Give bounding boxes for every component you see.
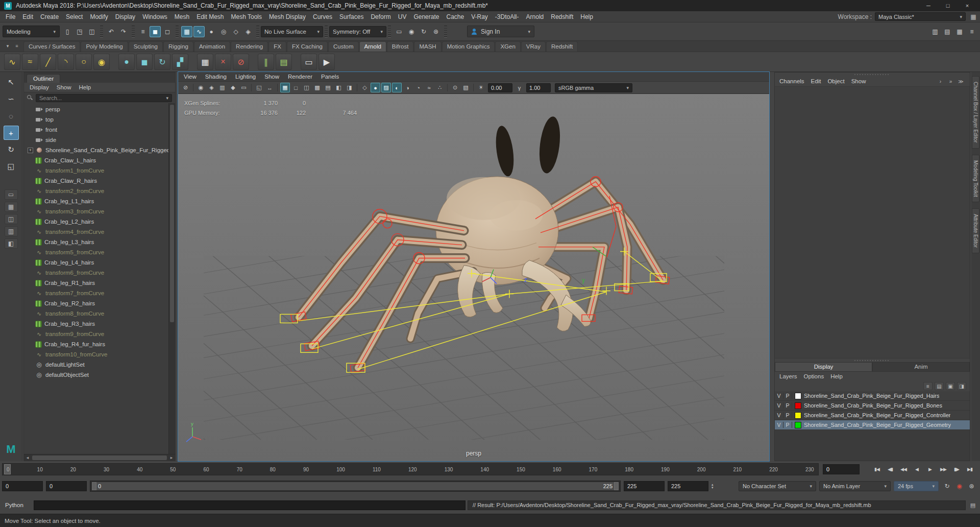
workspace-options-icon[interactable]: ▦: [969, 13, 978, 20]
menu-item[interactable]: Surfaces: [336, 12, 367, 21]
selectability-icon[interactable]: ⊘: [181, 83, 190, 92]
select-tool[interactable]: ↖: [4, 75, 19, 89]
range-spinner[interactable]: ▴ ▾: [712, 483, 714, 489]
gamma-icon[interactable]: γ: [514, 83, 524, 92]
arc-tool-icon[interactable]: ◝: [58, 54, 74, 70]
panel-drag-handle[interactable]: [775, 73, 970, 76]
poly-stairs-icon[interactable]: ▞: [172, 54, 188, 70]
live-surface-selector[interactable]: No Live Surface ▾: [261, 26, 323, 37]
outliner-item[interactable]: + transform1_fromCurve: [24, 165, 168, 176]
script-editor-icon[interactable]: ▤: [968, 500, 978, 510]
redo-icon[interactable]: ↷: [118, 26, 129, 37]
time-slider[interactable]: 0102030405060708090100110120130140150160…: [2, 463, 819, 475]
separator[interactable]: [251, 84, 252, 91]
snap-projected-center-icon[interactable]: ◎: [218, 26, 229, 37]
separator[interactable]: [256, 26, 259, 38]
scrollbar-thumb[interactable]: [170, 105, 174, 322]
select-hierarchy-icon[interactable]: ≡: [137, 26, 149, 37]
outliner-menu-item[interactable]: Help: [79, 84, 91, 90]
channel-box-area[interactable]: [775, 86, 970, 358]
minimize-button[interactable]: ─: [920, 1, 937, 10]
scroll-left-icon[interactable]: ◂: [24, 455, 31, 460]
animation-preferences-icon[interactable]: ⊛: [966, 481, 977, 491]
exposure-icon[interactable]: ☀: [476, 83, 486, 92]
menu-item[interactable]: V-Ray: [468, 12, 492, 21]
separator[interactable]: [176, 26, 179, 38]
channel-box-menu-item[interactable]: Object: [827, 78, 844, 84]
menu-item[interactable]: Cache: [443, 12, 468, 21]
snap-point-icon[interactable]: ●: [206, 26, 217, 37]
layer-color-swatch[interactable]: [795, 422, 801, 428]
shelf-tab[interactable]: Curves / Surfaces: [23, 41, 80, 52]
gate-mask-icon[interactable]: ▩: [312, 83, 322, 92]
menu-item[interactable]: Create: [37, 12, 62, 21]
snap-grid-icon[interactable]: ▦: [181, 26, 192, 37]
menu-item[interactable]: Select: [62, 12, 86, 21]
select-object-icon[interactable]: ◼: [150, 26, 161, 37]
shelf-tab[interactable]: Animation: [194, 41, 230, 52]
layer-editor-tab[interactable]: Anim: [872, 362, 970, 372]
layer-color-swatch[interactable]: [795, 412, 801, 419]
nurbs-circle-icon[interactable]: ○: [76, 54, 92, 70]
outliner-item[interactable]: + transform4_fromCurve: [24, 227, 168, 237]
anim-layer-selector[interactable]: No Anim Layer ▾: [819, 481, 891, 491]
scroll-right-icon[interactable]: ▸: [168, 455, 175, 460]
wireframe-icon[interactable]: ◇: [360, 83, 370, 92]
playback-start-field[interactable]: 0: [46, 481, 87, 491]
field-chart-icon[interactable]: ▤: [323, 83, 333, 92]
layer-editor-menu-item[interactable]: Layers: [779, 373, 797, 379]
spinner-down-icon[interactable]: ▾: [712, 486, 714, 489]
xray-icon[interactable]: ▧: [461, 83, 471, 92]
outliner-menu-item[interactable]: Show: [57, 84, 71, 90]
menu-item[interactable]: Modify: [86, 12, 111, 21]
menu-item[interactable]: Mesh: [171, 12, 193, 21]
range-slider[interactable]: 0 225: [90, 481, 621, 492]
display-layer-row[interactable]: V P Shoreline_Sand_Crab_Pink_Beige_Fur_R…: [775, 391, 970, 401]
close-button[interactable]: ×: [959, 1, 976, 10]
outliner-item[interactable]: + persp: [24, 104, 168, 114]
outliner-item[interactable]: + transform5_fromCurve: [24, 247, 168, 257]
oneclick-pan-zoom-icon[interactable]: ↔: [265, 83, 275, 92]
channel-box-menu-item[interactable]: Show: [851, 78, 866, 84]
ep-curve-tool-icon[interactable]: ≈: [22, 54, 38, 70]
workspace-selector[interactable]: Maya Classic* ▾: [875, 12, 966, 21]
textured-icon[interactable]: ▨: [381, 83, 391, 92]
manip-medium-icon[interactable]: »: [946, 78, 955, 85]
go-to-start-button[interactable]: ▮◀: [871, 464, 883, 475]
command-input[interactable]: [34, 500, 465, 510]
scrollbar-thumb[interactable]: [32, 456, 167, 460]
outliner-item[interactable]: + transform8_fromCurve: [24, 308, 168, 319]
outliner-item[interactable]: + Crab_leg_L3_hairs: [24, 237, 168, 247]
shelf-tab[interactable]: Bifrost: [387, 41, 414, 52]
grid-icon[interactable]: ▦: [280, 83, 290, 92]
open-scene-icon[interactable]: ◳: [74, 26, 85, 37]
attribute-editor-toggle-icon[interactable]: ▥: [929, 26, 941, 37]
shelf-tab[interactable]: Sculpting: [129, 41, 163, 52]
separator[interactable]: [325, 26, 328, 38]
outliner-item[interactable]: + side: [24, 135, 168, 145]
outliner-item[interactable]: + Crab_Claw_R_hairs: [24, 176, 168, 186]
select-component-icon[interactable]: ◻: [162, 26, 173, 37]
layout-outliner-persp-button[interactable]: ◧: [5, 238, 18, 249]
separator[interactable]: [447, 84, 448, 91]
menu-item[interactable]: Edit: [19, 12, 37, 21]
shelf-menu-icon[interactable]: ≡: [13, 42, 20, 50]
separator[interactable]: [132, 26, 135, 38]
outliner-item[interactable]: + Crab_leg_R3_hairs: [24, 319, 168, 329]
shelf-tab[interactable]: VRay: [521, 41, 546, 52]
separator[interactable]: [473, 84, 474, 91]
outliner-item[interactable]: + transform10_fromCurve: [24, 349, 168, 360]
exposure-field[interactable]: 0.00: [488, 83, 512, 92]
menu-item[interactable]: Redshift: [547, 12, 577, 21]
new-empty-layer-icon[interactable]: ▤: [935, 382, 944, 390]
xgen-clear-icon[interactable]: ⊘: [233, 54, 249, 70]
outliner-item[interactable]: + transform6_fromCurve: [24, 268, 168, 278]
separator[interactable]: [193, 84, 193, 91]
layout-two-stack-button[interactable]: ▥: [5, 226, 18, 236]
shelf-tab[interactable]: Rendering: [231, 41, 268, 52]
rotate-tool[interactable]: ↻: [4, 142, 19, 157]
outliner-item[interactable]: + Shoreline_Sand_Crab_Pink_Beige_Fur_Rig…: [24, 145, 168, 155]
display-layer-row[interactable]: V P Shoreline_Sand_Crab_Pink_Beige_Fur_R…: [775, 420, 970, 430]
outliner-vertical-scrollbar[interactable]: [168, 103, 175, 454]
layer-editor-menu-item[interactable]: Help: [830, 373, 843, 379]
